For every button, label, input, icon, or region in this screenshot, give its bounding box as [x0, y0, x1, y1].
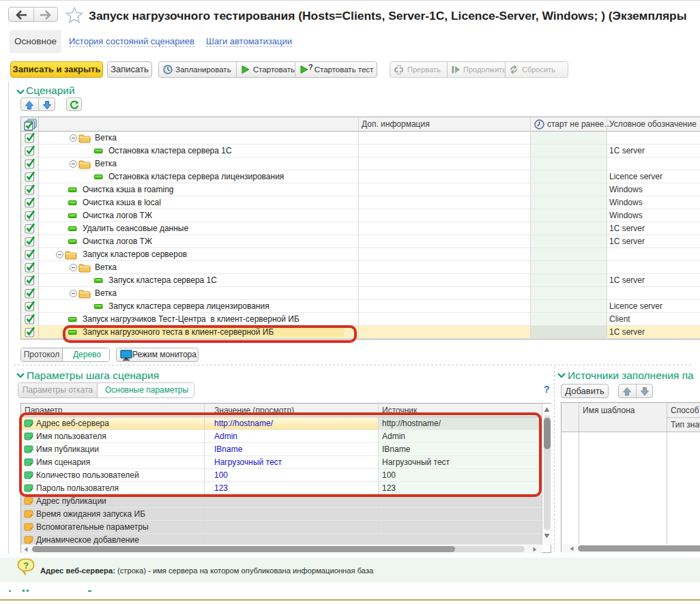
svg-text:?: ?	[23, 560, 29, 571]
